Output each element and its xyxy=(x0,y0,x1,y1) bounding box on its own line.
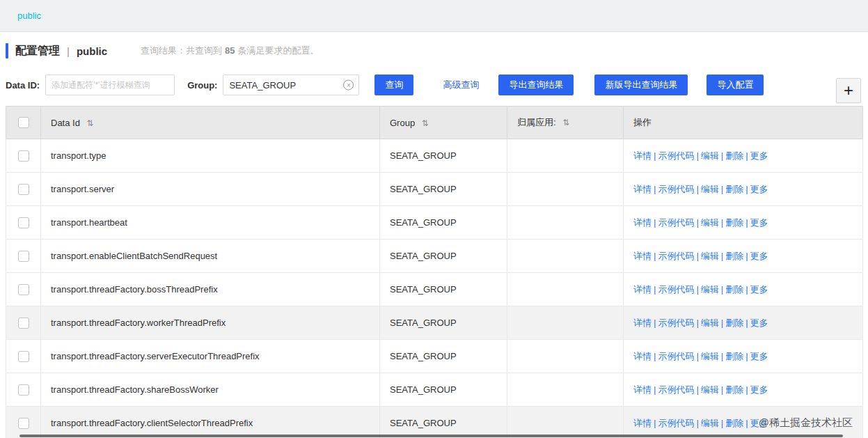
action-more-link[interactable]: 更多 xyxy=(750,284,768,295)
row-checkbox[interactable] xyxy=(18,284,29,295)
action-edit-link[interactable]: 编辑 xyxy=(701,184,719,194)
action-edit-link[interactable]: 编辑 xyxy=(701,418,719,428)
sort-icon[interactable]: ⇅ xyxy=(562,118,569,127)
operations-cell: 详情|示例代码|编辑|删除|更多 xyxy=(624,240,863,273)
query-result-text: 查询结果：共查询到85条满足要求的配置。 xyxy=(141,45,319,57)
row-checkbox[interactable] xyxy=(18,384,29,396)
row-checkbox-cell xyxy=(6,206,41,240)
action-delete-link[interactable]: 删除 xyxy=(725,251,743,261)
export-results-button[interactable]: 导出查询结果 xyxy=(498,75,574,95)
action-delete-link[interactable]: 删除 xyxy=(725,351,743,361)
action-separator: | xyxy=(696,150,698,161)
application-cell xyxy=(507,273,624,306)
action-detail-link[interactable]: 详情 xyxy=(633,251,652,261)
action-sample-code-link[interactable]: 示例代码 xyxy=(658,284,694,295)
action-separator: | xyxy=(745,184,748,194)
action-delete-link[interactable]: 删除 xyxy=(725,418,743,428)
action-detail-link[interactable]: 详情 xyxy=(633,351,652,361)
clear-group-icon[interactable]: × xyxy=(343,80,354,91)
row-checkbox[interactable] xyxy=(18,217,29,228)
action-more-link[interactable]: 更多 xyxy=(750,318,768,328)
group-input-wrap: × xyxy=(223,75,359,95)
action-detail-link[interactable]: 详情 xyxy=(633,184,652,194)
column-header-application[interactable]: 归属应用: ⇅ xyxy=(507,107,624,139)
query-result-suffix: 条满足要求的配置。 xyxy=(238,45,319,56)
column-header-group[interactable]: Group ⇅ xyxy=(380,107,507,139)
operations-cell: 详情|示例代码|编辑|删除|更多 xyxy=(624,306,863,340)
advanced-search-link[interactable]: 高级查询 xyxy=(443,79,479,91)
horizontal-scrollbar[interactable] xyxy=(19,435,843,437)
application-cell xyxy=(507,407,624,438)
add-config-button[interactable]: + xyxy=(836,78,861,103)
data-id-cell: transport.threadFactory.bossThreadPrefix xyxy=(41,273,380,306)
row-checkbox-cell xyxy=(6,240,41,273)
action-edit-link[interactable]: 编辑 xyxy=(701,351,719,361)
action-more-link[interactable]: 更多 xyxy=(750,150,768,161)
action-separator: | xyxy=(745,418,748,428)
action-sample-code-link[interactable]: 示例代码 xyxy=(658,351,694,361)
action-sample-code-link[interactable]: 示例代码 xyxy=(658,184,694,194)
action-edit-link[interactable]: 编辑 xyxy=(701,217,719,228)
action-sample-code-link[interactable]: 示例代码 xyxy=(658,418,694,428)
application-cell xyxy=(507,173,624,206)
action-more-link[interactable]: 更多 xyxy=(750,184,768,194)
application-cell xyxy=(507,139,624,173)
config-table: Data Id ⇅ Group ⇅ 归属应用: ⇅ 操作 transport.t… xyxy=(6,106,863,438)
action-more-link[interactable]: 更多 xyxy=(750,384,768,395)
column-header-group-label: Group xyxy=(390,118,415,128)
search-button[interactable]: 查询 xyxy=(374,75,413,95)
action-edit-link[interactable]: 编辑 xyxy=(701,384,719,395)
application-cell xyxy=(507,240,624,273)
action-detail-link[interactable]: 详情 xyxy=(633,418,652,428)
action-separator: | xyxy=(654,284,656,295)
table-row: transport.threadFactory.serverExecutorTh… xyxy=(6,340,863,373)
action-more-link[interactable]: 更多 xyxy=(750,251,768,261)
action-delete-link[interactable]: 删除 xyxy=(725,384,743,395)
row-checkbox[interactable] xyxy=(18,418,29,429)
action-delete-link[interactable]: 删除 xyxy=(725,217,743,228)
action-separator: | xyxy=(696,284,698,295)
action-edit-link[interactable]: 编辑 xyxy=(701,150,719,161)
row-checkbox[interactable] xyxy=(18,150,29,162)
group-input[interactable] xyxy=(223,75,359,95)
namespace-tab-public[interactable]: public xyxy=(17,10,41,21)
action-sample-code-link[interactable]: 示例代码 xyxy=(658,384,694,395)
import-config-button[interactable]: 导入配置 xyxy=(707,75,764,95)
action-more-link[interactable]: 更多 xyxy=(750,418,768,428)
action-edit-link[interactable]: 编辑 xyxy=(701,318,719,328)
action-delete-link[interactable]: 删除 xyxy=(725,284,743,295)
action-detail-link[interactable]: 详情 xyxy=(633,150,652,161)
row-checkbox[interactable] xyxy=(18,318,29,329)
data-id-cell: transport.enableClientBatchSendRequest xyxy=(41,240,380,273)
action-detail-link[interactable]: 详情 xyxy=(633,384,652,395)
row-checkbox[interactable] xyxy=(18,184,29,195)
data-id-cell: transport.type xyxy=(41,139,380,173)
export-results-new-button[interactable]: 新版导出查询结果 xyxy=(594,75,688,95)
row-checkbox[interactable] xyxy=(18,351,29,362)
sort-icon[interactable]: ⇅ xyxy=(422,118,429,128)
action-more-link[interactable]: 更多 xyxy=(750,217,768,228)
group-cell: SEATA_GROUP xyxy=(380,273,507,306)
action-sample-code-link[interactable]: 示例代码 xyxy=(658,217,694,228)
action-detail-link[interactable]: 详情 xyxy=(633,284,652,295)
row-checkbox[interactable] xyxy=(18,251,29,262)
action-edit-link[interactable]: 编辑 xyxy=(701,284,719,295)
column-header-data-id[interactable]: Data Id ⇅ xyxy=(41,107,380,139)
select-all-checkbox[interactable] xyxy=(18,117,29,128)
action-separator: | xyxy=(696,184,698,194)
table-row: transport.heartbeatSEATA_GROUP详情|示例代码|编辑… xyxy=(6,206,863,240)
action-more-link[interactable]: 更多 xyxy=(750,351,768,361)
action-sample-code-link[interactable]: 示例代码 xyxy=(658,251,694,261)
action-detail-link[interactable]: 详情 xyxy=(633,318,652,328)
action-sample-code-link[interactable]: 示例代码 xyxy=(658,318,694,328)
action-edit-link[interactable]: 编辑 xyxy=(701,251,719,261)
row-checkbox-cell xyxy=(6,139,41,173)
action-sample-code-link[interactable]: 示例代码 xyxy=(658,150,694,161)
action-delete-link[interactable]: 删除 xyxy=(725,318,743,328)
action-detail-link[interactable]: 详情 xyxy=(633,217,652,228)
sort-icon[interactable]: ⇅ xyxy=(87,118,94,128)
data-id-input[interactable] xyxy=(45,75,175,95)
operations-cell: 详情|示例代码|编辑|删除|更多 xyxy=(624,340,863,373)
action-delete-link[interactable]: 删除 xyxy=(725,184,743,194)
action-delete-link[interactable]: 删除 xyxy=(725,150,743,161)
